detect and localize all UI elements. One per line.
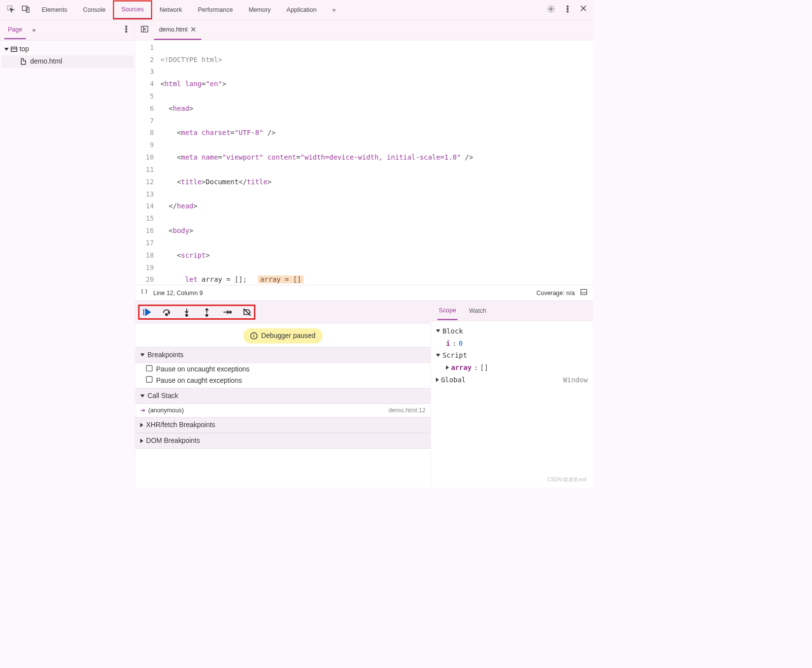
scope-global-type: Window [563, 373, 588, 386]
scope-block-label: Block [442, 325, 463, 337]
coverage-label: Coverage: n/a [537, 289, 575, 297]
section-xhr-label: XHR/fetch Breakpoints [146, 421, 215, 429]
debugger-panel: i Debugger paused Breakpoints Pause on u… [135, 301, 431, 488]
tab-watch[interactable]: Watch [468, 302, 488, 320]
chevron-down-icon [140, 354, 145, 357]
code-editor[interactable]: 123456789101112131415161718192021 <!DOCT… [135, 40, 593, 285]
navigator-tab-page[interactable]: Page [4, 21, 26, 39]
svg-point-6 [567, 11, 568, 12]
tab-scope[interactable]: Scope [438, 301, 458, 320]
svg-point-17 [230, 311, 232, 313]
section-breakpoints[interactable]: Breakpoints [135, 347, 430, 363]
scope-var-name: array [451, 362, 472, 374]
pause-caught-checkbox[interactable]: Pause on caught exceptions [146, 376, 425, 385]
svg-point-15 [186, 314, 188, 316]
section-dom[interactable]: DOM Breakpoints [135, 433, 430, 449]
cursor-position: Line 12, Column 9 [153, 289, 203, 297]
chevron-right-icon [446, 366, 449, 370]
pause-uncaught-checkbox[interactable]: Pause on uncaught exceptions [146, 365, 425, 373]
pause-uncaught-label: Pause on uncaught exceptions [156, 366, 250, 373]
pause-caught-label: Pause on caught exceptions [156, 376, 242, 384]
current-frame-icon: ➔ [140, 407, 145, 414]
tab-console[interactable]: Console [75, 1, 113, 19]
scope-global-label: Global [441, 373, 466, 386]
scope-global[interactable]: Global Window [436, 373, 588, 386]
svg-point-7 [126, 26, 127, 28]
chevron-down-icon [436, 330, 440, 333]
inline-value-hint: array = [] [258, 275, 304, 283]
tab-memory[interactable]: Memory [241, 1, 279, 19]
svg-rect-12 [581, 289, 587, 295]
stack-frame-loc: demo.html:12 [388, 407, 425, 414]
tab-sources[interactable]: Sources [113, 0, 152, 19]
scope-block[interactable]: Block [436, 325, 588, 337]
step-icon[interactable] [222, 307, 232, 317]
debugger-toolbar [135, 301, 430, 323]
tab-network[interactable]: Network [152, 1, 190, 19]
stack-frame-name: (anonymous) [148, 407, 184, 414]
section-callstack[interactable]: Call Stack [135, 388, 430, 404]
info-icon: i [250, 333, 258, 340]
step-out-icon[interactable] [202, 307, 211, 317]
chevron-right-icon [140, 423, 143, 427]
section-breakpoints-label: Breakpoints [147, 351, 183, 359]
chevron-down-icon [140, 395, 145, 398]
tree-node-top[interactable]: top [1, 43, 134, 56]
scope-script-label: Script [442, 349, 467, 362]
frame-icon [11, 47, 17, 52]
svg-point-14 [166, 313, 168, 315]
svg-point-5 [567, 8, 568, 10]
tab-performance[interactable]: Performance [190, 1, 240, 19]
svg-point-3 [550, 8, 552, 10]
close-tab-icon[interactable]: ✕ [190, 25, 196, 34]
navigator-kebab-icon[interactable] [122, 25, 131, 35]
scope-var-value: 0 [459, 337, 463, 349]
tab-application[interactable]: Application [279, 1, 325, 19]
inspect-icon[interactable] [6, 4, 15, 15]
svg-point-4 [567, 6, 568, 7]
close-icon[interactable] [580, 4, 587, 15]
svg-point-9 [126, 31, 127, 33]
gear-icon[interactable] [547, 4, 556, 15]
step-over-icon[interactable] [162, 307, 171, 317]
toggle-navigator-icon[interactable] [135, 25, 154, 35]
navigator-panel: Page » top demo.html [0, 20, 135, 488]
toggle-bottom-drawer-icon[interactable] [580, 288, 588, 298]
code-body: <!DOCTYPE html> <html lang="en"> <head> … [161, 40, 593, 285]
chevron-right-icon [140, 439, 143, 443]
scope-var-name: i [446, 337, 450, 349]
kebab-icon[interactable] [563, 4, 572, 15]
section-xhr[interactable]: XHR/fetch Breakpoints [135, 417, 430, 433]
device-toggle-icon[interactable] [22, 4, 31, 15]
tabs-overflow[interactable]: » [324, 1, 343, 19]
chevron-down-icon [4, 48, 9, 51]
editor-tab-demo[interactable]: demo.html ✕ [154, 20, 202, 40]
resume-icon[interactable] [142, 307, 151, 317]
section-dom-label: DOM Breakpoints [146, 437, 200, 445]
tab-elements[interactable]: Elements [34, 1, 75, 19]
step-into-icon[interactable] [182, 307, 191, 317]
debugger-paused-label: Debugger paused [261, 332, 315, 340]
tree-node-file-label: demo.html [30, 58, 62, 66]
editor-tabs: demo.html ✕ [135, 20, 593, 40]
scope-script[interactable]: Script [436, 349, 588, 362]
debugger-paused-badge: i Debugger paused [243, 328, 322, 343]
watermark: CSDN @清灵xmf [547, 477, 586, 483]
section-callstack-label: Call Stack [147, 392, 178, 400]
scope-panel: Scope Watch Block i: 0 Script [431, 301, 593, 488]
deactivate-breakpoints-icon[interactable] [242, 307, 252, 317]
tree-node-file[interactable]: demo.html [1, 55, 134, 67]
file-icon [21, 58, 26, 65]
svg-point-16 [206, 314, 208, 316]
stack-frame[interactable]: ➔(anonymous) demo.html:12 [135, 404, 430, 417]
scope-var-value: [] [480, 362, 488, 374]
chevron-right-icon [436, 378, 439, 382]
svg-point-8 [126, 29, 127, 30]
gutter: 123456789101112131415161718192021 [135, 40, 160, 285]
devtools-top-tabs: Elements Console Sources Network Perform… [0, 0, 593, 20]
editor-status-bar: Line 12, Column 9 Coverage: n/a [135, 285, 593, 301]
tree-node-top-label: top [19, 45, 29, 53]
pretty-print-icon[interactable] [140, 288, 148, 298]
navigator-overflow[interactable]: » [32, 27, 35, 34]
chevron-down-icon [436, 354, 440, 357]
